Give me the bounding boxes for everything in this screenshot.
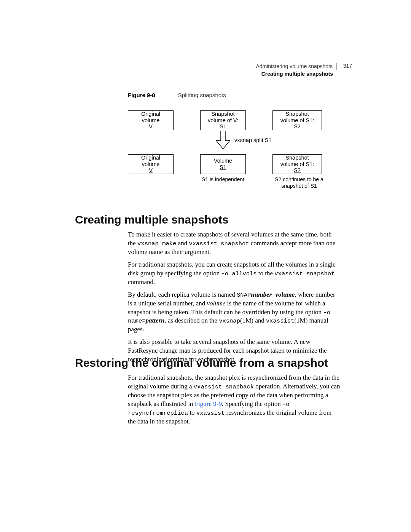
box-snapshot-s1-s2-bottom: Snapshot volume of S1: S2 — [272, 154, 322, 174]
box-original-volume-bottom: Original volume V — [128, 154, 174, 174]
caption-s2-continues: S2 continues to be a snapshot of S1 — [271, 176, 328, 189]
heading-restoring: Restoring the original volume from a sna… — [75, 356, 328, 369]
paragraph: For traditional snapshots, the snapshot … — [128, 374, 341, 426]
arrow-down-icon — [216, 131, 230, 151]
section-title: Creating multiple snapshots — [256, 70, 337, 77]
figure-title: Splitting snapshots — [178, 92, 226, 98]
section-creating-multiple-body: To make it easier to create snapshots of… — [128, 230, 341, 368]
heading-creating-multiple: Creating multiple snapshots — [75, 213, 228, 226]
paragraph: For traditional snapshots, you can creat… — [128, 260, 341, 287]
page-header: Administering volume snapshots Creating … — [256, 63, 337, 77]
page-number: 317 — [343, 63, 352, 69]
box-original-volume-top: Original volume V — [128, 110, 174, 130]
caption-s1-independent: S1 is independent — [200, 176, 246, 183]
figure-label: Figure 9-8 Splitting snapshots — [128, 92, 226, 98]
section-restoring-body: For traditional snapshots, the snapshot … — [128, 374, 341, 430]
box-volume-s1: Volume S1 — [200, 154, 246, 174]
box-snapshot-v-s1: Snapshot volume of V: S1 — [200, 110, 246, 130]
figure-link[interactable]: Figure 9-9 — [195, 400, 222, 407]
figure-diagram: Original volume V Snapshot volume of V: … — [128, 109, 333, 196]
box-snapshot-s1-s2-top: Snapshot volume of S1: S2 — [272, 110, 322, 130]
paragraph: To make it easier to create snapshots of… — [128, 230, 341, 257]
chapter-title: Administering volume snapshots — [256, 63, 337, 70]
paragraph: By default, each replica volume is named… — [128, 291, 341, 334]
figure-number: Figure 9-8 — [128, 92, 155, 98]
vxsnap-split-command: vxsnap split S1 — [234, 137, 272, 143]
